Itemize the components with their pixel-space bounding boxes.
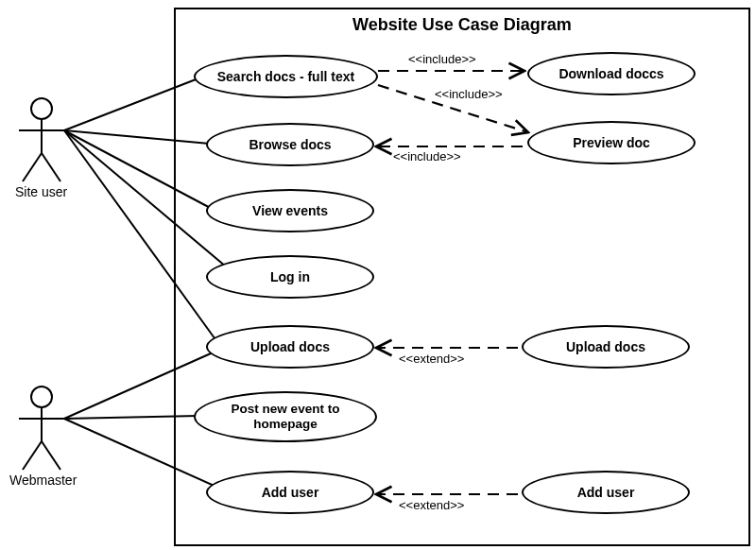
svg-line-8 [23, 441, 42, 470]
diagram-title: Website Use Case Diagram [176, 15, 748, 35]
usecase-download-doccs: Download doccs [527, 52, 696, 95]
usecase-diagram: Website Use Case Diagram [0, 0, 756, 550]
actor-webmaster-label: Webmaster [9, 473, 77, 488]
label-extend-2: <<extend>> [399, 498, 464, 512]
usecase-search-docs: Search docs - full text [194, 55, 378, 98]
label-include-2: <<include>> [435, 87, 503, 101]
svg-line-3 [23, 153, 42, 181]
label-include-3: <<include>> [393, 149, 461, 163]
usecase-upload-docs-right: Upload docs [522, 325, 690, 369]
usecase-upload-docs-left: Upload docs [206, 325, 374, 369]
label-include-1: <<include>> [408, 52, 476, 66]
svg-line-4 [42, 153, 60, 181]
actor-site-user-figure [19, 98, 64, 181]
svg-point-5 [31, 387, 52, 407]
actor-webmaster-figure [19, 387, 64, 470]
svg-point-0 [31, 98, 52, 119]
usecase-view-events: View events [206, 189, 374, 232]
usecase-post-event: Post new event to homepage [194, 391, 377, 442]
label-extend-1: <<extend>> [399, 352, 464, 366]
svg-line-9 [42, 441, 60, 470]
usecase-add-user-right: Add user [522, 471, 690, 514]
usecase-log-in: Log in [206, 255, 374, 299]
usecase-preview-doc: Preview doc [527, 121, 696, 164]
usecase-add-user-left: Add user [206, 471, 374, 514]
usecase-browse-docs: Browse docs [206, 123, 374, 166]
actor-site-user-label: Site user [15, 184, 67, 199]
